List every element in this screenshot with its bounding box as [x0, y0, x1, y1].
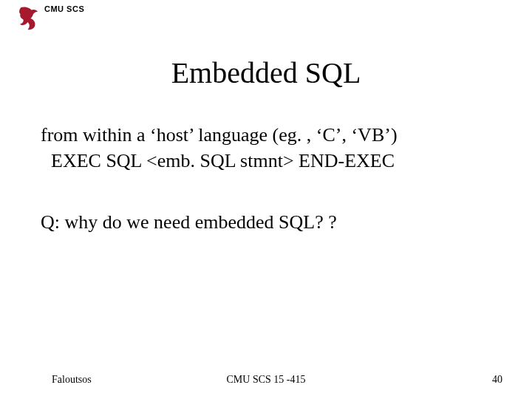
footer-page-number: 40 [492, 374, 502, 386]
header-org: CMU SCS [44, 4, 84, 13]
body-line-1: from within a ‘host’ language (eg. , ‘C’… [41, 122, 502, 148]
slide-header: CMU SCS [18, 6, 84, 31]
body-question: Q: why do we need embedded SQL? ? [41, 209, 502, 235]
footer-course: CMU SCS 15 -415 [0, 374, 532, 386]
body-line-2: EXEC SQL <emb. SQL stmnt> END-EXEC [51, 148, 502, 174]
slide-body: from within a ‘host’ language (eg. , ‘C’… [41, 122, 502, 254]
slide-title: Embedded SQL [0, 55, 532, 90]
dragon-logo-icon [18, 6, 40, 31]
